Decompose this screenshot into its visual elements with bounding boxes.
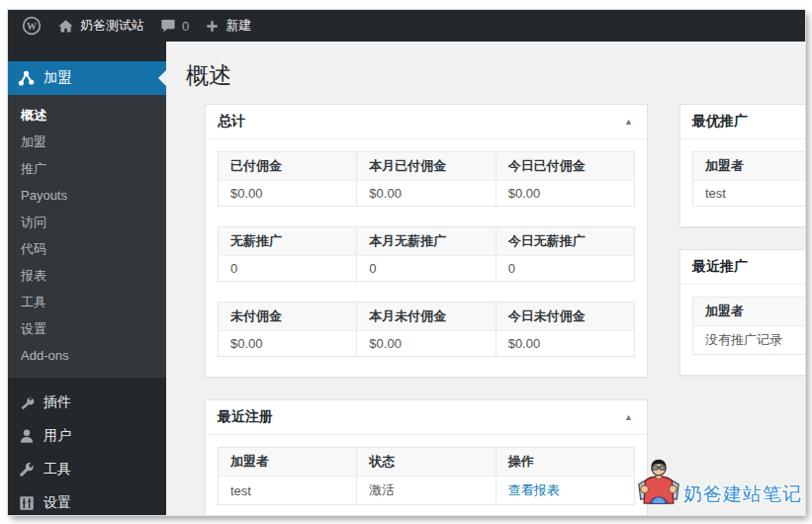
column-header: 未付佣金 bbox=[219, 303, 357, 331]
sidebar-bottom-menu: 插件 用户 bbox=[8, 386, 166, 515]
submenu-item-settings[interactable]: 设置 bbox=[8, 315, 166, 342]
top-referrals-title: 最优推广 bbox=[692, 113, 748, 131]
stat-value: 0 bbox=[357, 256, 496, 282]
column-header: 加盟者 bbox=[693, 298, 806, 326]
stat-value: $0.00 bbox=[357, 181, 496, 207]
sidebar-item-users[interactable]: 用户 bbox=[8, 419, 166, 453]
new-content-menu[interactable]: 新建 bbox=[197, 10, 259, 42]
sidebar-item-settings[interactable]: 设置 bbox=[8, 486, 166, 515]
svg-text:W: W bbox=[27, 21, 37, 32]
submenu-item-addons[interactable]: Add-ons bbox=[8, 342, 166, 369]
recent-referrals-table: 加盟者 没有推广记录 bbox=[692, 297, 805, 355]
recent-registrations-title: 最近注册 bbox=[218, 408, 273, 426]
watermark-label: 奶爸建站笔记 bbox=[683, 481, 802, 507]
affiliate-name-cell: test bbox=[693, 181, 806, 207]
watermark-mascot-icon bbox=[636, 457, 681, 511]
affiliate-name-cell: test bbox=[219, 477, 357, 505]
stat-value: $0.00 bbox=[219, 181, 357, 207]
comment-bubble-icon bbox=[160, 18, 176, 34]
recent-referrals-header[interactable]: 最近推广 bbox=[680, 250, 805, 285]
table-row: test 激活 查看报表 bbox=[219, 477, 635, 505]
recent-registrations-body: 加盟者 状态 操作 test 激活 查看报表 bbox=[206, 435, 647, 515]
submenu-item-overview[interactable]: 概述 bbox=[8, 102, 166, 129]
site-watermark: 奶爸建站笔记 bbox=[636, 457, 802, 511]
plus-icon bbox=[205, 19, 220, 34]
dashboard-right-column: 最优推广 加盟者 test 最近推广 bbox=[679, 104, 805, 397]
comments-menu[interactable]: 0 bbox=[152, 10, 197, 42]
recent-referrals-body: 加盟者 没有推广记录 bbox=[680, 285, 805, 375]
recent-registrations-table: 加盟者 状态 操作 test 激活 查看报表 bbox=[218, 447, 635, 505]
sidebar-item-users-label: 用户 bbox=[44, 427, 71, 445]
new-label: 新建 bbox=[226, 17, 251, 35]
action-cell: 查看报表 bbox=[496, 477, 634, 505]
empty-message-cell: 没有推广记录 bbox=[693, 326, 806, 355]
column-header: 已付佣金 bbox=[219, 152, 357, 181]
sidebar-item-tools[interactable]: 工具 bbox=[8, 453, 166, 486]
admin-bar: W 奶爸测试站 0 bbox=[8, 10, 805, 42]
stat-value: $0.00 bbox=[496, 331, 634, 357]
column-header: 状态 bbox=[357, 448, 496, 477]
submenu-item-reports[interactable]: 报表 bbox=[8, 262, 166, 289]
submenu-item-visits[interactable]: 访问 bbox=[8, 209, 166, 235]
recent-registrations-header[interactable]: 最近注册 ▲ bbox=[206, 400, 647, 435]
totals-panel-title: 总计 bbox=[218, 113, 245, 131]
affiliatewp-icon bbox=[16, 68, 36, 88]
affiliates-submenu: 概述 加盟 推广 Payouts 访问 代码 报表 工具 设置 Add-ons bbox=[8, 95, 166, 378]
submenu-item-referrals[interactable]: 推广 bbox=[8, 155, 166, 182]
top-referrals-panel: 最优推广 加盟者 test bbox=[679, 104, 805, 227]
user-icon bbox=[17, 426, 37, 446]
collapse-toggle-icon[interactable]: ▲ bbox=[622, 411, 635, 424]
site-name-label: 奶爸测试站 bbox=[80, 17, 144, 35]
column-header: 本月未付佣金 bbox=[357, 303, 496, 331]
browser-viewport: W 奶爸测试站 0 bbox=[8, 10, 805, 515]
settings-sliders-icon bbox=[17, 493, 37, 513]
sidebar-item-settings-label: 设置 bbox=[44, 494, 71, 512]
column-header: 本月无薪推广 bbox=[357, 227, 496, 256]
view-report-link[interactable]: 查看报表 bbox=[508, 482, 560, 497]
wp-logo-menu[interactable]: W bbox=[14, 10, 49, 42]
submenu-item-tools[interactable]: 工具 bbox=[8, 289, 166, 315]
recent-registrations-panel: 最近注册 ▲ 加盟者 状态 操作 bbox=[205, 399, 648, 515]
column-header: 今日无薪推广 bbox=[496, 227, 634, 256]
top-referrals-header[interactable]: 最优推广 bbox=[680, 105, 805, 139]
column-header: 加盟者 bbox=[219, 448, 357, 477]
sidebar-item-plugins-label: 插件 bbox=[44, 393, 71, 411]
submenu-item-creatives[interactable]: 代码 bbox=[8, 235, 166, 262]
table-row: 没有推广记录 bbox=[693, 326, 806, 355]
plugin-icon bbox=[17, 393, 37, 412]
stat-value: $0.00 bbox=[219, 331, 357, 357]
column-header: 今日未付佣金 bbox=[496, 303, 634, 331]
sidebar-item-plugins[interactable]: 插件 bbox=[8, 386, 166, 419]
column-header: 本月已付佣金 bbox=[357, 152, 496, 181]
totals-panel-body: 已付佣金 本月已付佣金 今日已付佣金 $0.00 $0.00 $0.00 bbox=[206, 139, 647, 377]
wordpress-logo-icon: W bbox=[22, 16, 42, 36]
submenu-item-affiliates[interactable]: 加盟 bbox=[8, 129, 166, 155]
column-header: 今日已付佣金 bbox=[496, 152, 634, 181]
column-header: 操作 bbox=[496, 448, 634, 477]
sidebar-item-affiliates[interactable]: 加盟 bbox=[8, 61, 166, 95]
admin-frame: 加盟 概述 加盟 推广 Payouts 访问 代码 报表 工具 设置 Add-o… bbox=[8, 42, 805, 515]
collapse-toggle-icon[interactable]: ▲ bbox=[622, 116, 635, 129]
home-icon bbox=[57, 18, 74, 35]
stat-value: 0 bbox=[496, 256, 634, 282]
dashboard-columns: 总计 ▲ 已付佣金 本月已付佣金 今日已付佣金 bbox=[205, 104, 805, 515]
column-header: 加盟者 bbox=[693, 152, 806, 181]
stat-value: $0.00 bbox=[357, 331, 496, 357]
sidebar-item-affiliates-label: 加盟 bbox=[44, 69, 71, 87]
wrench-icon bbox=[17, 460, 37, 480]
comment-count: 0 bbox=[182, 19, 189, 34]
stat-value: $0.00 bbox=[496, 181, 634, 207]
sidebar-item-tools-label: 工具 bbox=[44, 461, 71, 479]
recent-referrals-panel: 最近推广 加盟者 没有推广记录 bbox=[679, 249, 805, 376]
page-title: 概述 bbox=[186, 61, 805, 90]
submenu-item-payouts[interactable]: Payouts bbox=[8, 182, 166, 209]
table-row: test bbox=[693, 181, 806, 207]
dashboard-left-column: 总计 ▲ 已付佣金 本月已付佣金 今日已付佣金 bbox=[205, 104, 648, 515]
totals-panel: 总计 ▲ 已付佣金 本月已付佣金 今日已付佣金 bbox=[205, 104, 648, 378]
site-name-menu[interactable]: 奶爸测试站 bbox=[49, 10, 152, 42]
paid-earnings-table: 已付佣金 本月已付佣金 今日已付佣金 $0.00 $0.00 $0.00 bbox=[218, 151, 635, 207]
unpaid-earnings-table: 未付佣金 本月未付佣金 今日未付佣金 $0.00 $0.00 $0.00 bbox=[218, 302, 635, 357]
stat-value: 0 bbox=[219, 256, 357, 282]
totals-panel-header[interactable]: 总计 ▲ bbox=[206, 105, 647, 139]
recent-referrals-title: 最近推广 bbox=[692, 258, 748, 276]
